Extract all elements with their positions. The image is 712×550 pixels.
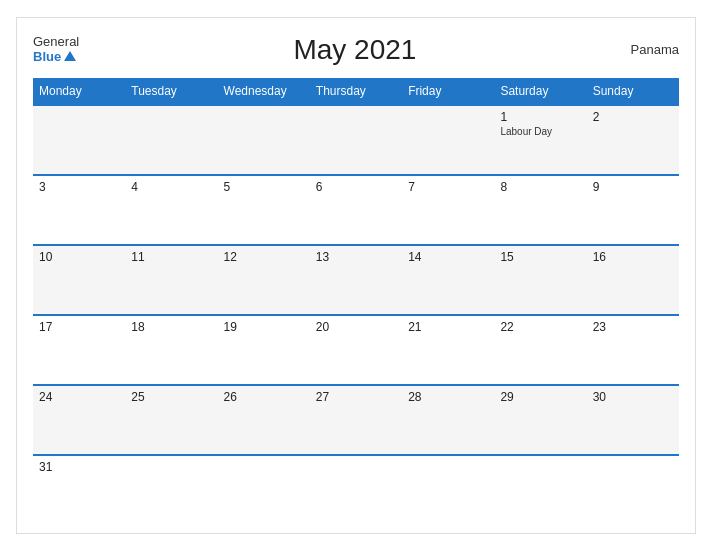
day-number: 4 [131,180,211,194]
calendar-day: 12 [218,245,310,315]
calendar-container: General Blue May 2021 Panama MondayTuesd… [16,17,696,534]
calendar-day: 15 [494,245,586,315]
calendar-day [218,105,310,175]
calendar-day [125,105,217,175]
calendar-day [494,455,586,525]
calendar-day: 24 [33,385,125,455]
day-number: 10 [39,250,119,264]
week-row-6: 31 [33,455,679,525]
day-number: 24 [39,390,119,404]
calendar-day: 3 [33,175,125,245]
calendar-day: 7 [402,175,494,245]
calendar-day [33,105,125,175]
week-row-4: 17181920212223 [33,315,679,385]
calendar-day: 1Labour Day [494,105,586,175]
day-number: 2 [593,110,673,124]
day-number: 22 [500,320,580,334]
calendar-day: 28 [402,385,494,455]
calendar-day: 26 [218,385,310,455]
calendar-day: 19 [218,315,310,385]
week-row-2: 3456789 [33,175,679,245]
day-number: 11 [131,250,211,264]
calendar-day [125,455,217,525]
day-number: 9 [593,180,673,194]
calendar-title: May 2021 [79,34,630,66]
week-row-5: 24252627282930 [33,385,679,455]
weekday-header-sunday: Sunday [587,78,679,105]
day-number: 31 [39,460,119,474]
day-number: 20 [316,320,396,334]
day-number: 29 [500,390,580,404]
logo-blue-text: Blue [33,50,76,64]
day-number: 16 [593,250,673,264]
calendar-day: 16 [587,245,679,315]
calendar-day: 22 [494,315,586,385]
calendar-day: 23 [587,315,679,385]
calendar-day [402,105,494,175]
day-number: 14 [408,250,488,264]
weekday-header-wednesday: Wednesday [218,78,310,105]
day-number: 26 [224,390,304,404]
calendar-day: 10 [33,245,125,315]
holiday-label: Labour Day [500,126,580,137]
logo-blue-label: Blue [33,50,61,64]
calendar-day [402,455,494,525]
week-row-3: 10111213141516 [33,245,679,315]
calendar-day [587,455,679,525]
calendar-day: 17 [33,315,125,385]
calendar-day: 25 [125,385,217,455]
day-number: 19 [224,320,304,334]
weekday-header-saturday: Saturday [494,78,586,105]
day-number: 17 [39,320,119,334]
weekday-header-tuesday: Tuesday [125,78,217,105]
day-number: 1 [500,110,580,124]
calendar-day: 5 [218,175,310,245]
day-number: 15 [500,250,580,264]
day-number: 27 [316,390,396,404]
calendar-day: 11 [125,245,217,315]
calendar-header: General Blue May 2021 Panama [33,34,679,66]
calendar-day: 6 [310,175,402,245]
week-row-1: 1Labour Day2 [33,105,679,175]
day-number: 12 [224,250,304,264]
weekday-header-thursday: Thursday [310,78,402,105]
calendar-day: 27 [310,385,402,455]
calendar-day: 13 [310,245,402,315]
day-number: 8 [500,180,580,194]
weekday-header-friday: Friday [402,78,494,105]
day-number: 23 [593,320,673,334]
calendar-day: 2 [587,105,679,175]
day-number: 18 [131,320,211,334]
calendar-day: 18 [125,315,217,385]
day-number: 30 [593,390,673,404]
day-number: 3 [39,180,119,194]
day-number: 25 [131,390,211,404]
weekday-header-row: MondayTuesdayWednesdayThursdayFridaySatu… [33,78,679,105]
logo: General Blue [33,35,79,64]
day-number: 6 [316,180,396,194]
calendar-day: 21 [402,315,494,385]
calendar-day: 9 [587,175,679,245]
logo-general-text: General [33,35,79,49]
logo-triangle-icon [64,51,76,61]
calendar-day [310,455,402,525]
calendar-day: 30 [587,385,679,455]
weekday-header-monday: Monday [33,78,125,105]
day-number: 21 [408,320,488,334]
calendar-day: 14 [402,245,494,315]
calendar-day: 8 [494,175,586,245]
calendar-day: 29 [494,385,586,455]
calendar-country: Panama [631,42,679,57]
day-number: 13 [316,250,396,264]
calendar-grid: MondayTuesdayWednesdayThursdayFridaySatu… [33,78,679,525]
calendar-day [218,455,310,525]
calendar-day: 20 [310,315,402,385]
calendar-day: 4 [125,175,217,245]
day-number: 7 [408,180,488,194]
calendar-day [310,105,402,175]
calendar-day: 31 [33,455,125,525]
day-number: 5 [224,180,304,194]
day-number: 28 [408,390,488,404]
